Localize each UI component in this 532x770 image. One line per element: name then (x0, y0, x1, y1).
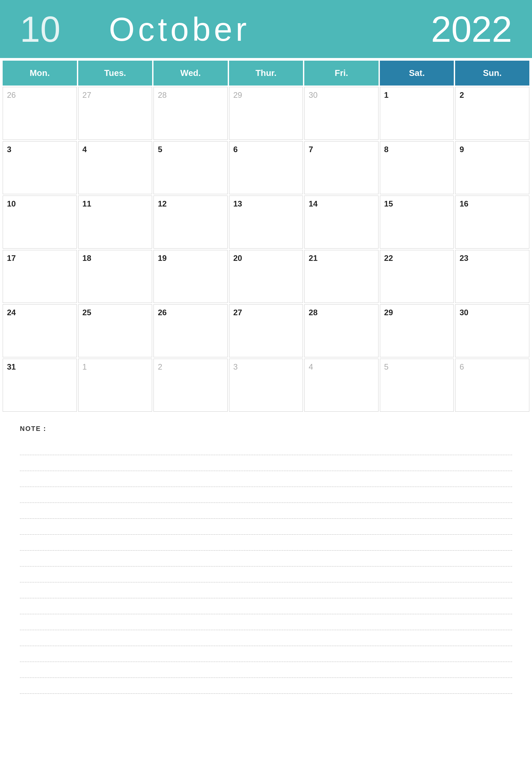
day-number: 29 (384, 308, 393, 317)
day-number: 10 (7, 199, 16, 208)
day-number: 23 (459, 254, 468, 263)
calendar-cell: 4 (304, 359, 379, 412)
calendar-cell: 29 (229, 87, 303, 140)
calendar-cell: 1 (78, 359, 152, 412)
day-number: 30 (309, 90, 318, 99)
calendar-cell: 17 (3, 250, 77, 303)
calendar-cell: 15 (380, 196, 454, 249)
day-number: 20 (233, 254, 242, 263)
note-line (20, 455, 512, 471)
day-number: 2 (459, 90, 464, 99)
day-number: 9 (459, 145, 464, 154)
day-number: 3 (233, 362, 238, 371)
calendar-cell: 19 (153, 250, 228, 303)
days-header-row: Mon.Tues.Wed.Thur.Fri.Sat.Sun. (0, 58, 532, 86)
calendar-cell: 13 (229, 196, 303, 249)
day-number: 1 (83, 362, 87, 371)
calendar-cell: 30 (455, 304, 529, 357)
note-line (20, 566, 512, 582)
day-number: 16 (459, 199, 468, 208)
calendar-cell: 14 (304, 196, 379, 249)
note-line (20, 662, 512, 678)
note-line (20, 551, 512, 566)
day-number: 15 (384, 199, 393, 208)
day-number: 14 (309, 199, 318, 208)
day-number: 5 (384, 362, 388, 371)
calendar-cell: 30 (304, 87, 379, 140)
day-number: 27 (83, 90, 91, 99)
calendar-cell: 5 (153, 141, 228, 194)
calendar-cell: 8 (380, 141, 454, 194)
day-number: 6 (459, 362, 464, 371)
calendar-cell: 20 (229, 250, 303, 303)
day-number: 4 (83, 145, 87, 154)
calendar-cell: 1 (380, 87, 454, 140)
day-header-fri: Fri. (304, 61, 379, 86)
calendar-cell: 27 (229, 304, 303, 357)
day-number: 6 (233, 145, 238, 154)
note-line (20, 582, 512, 598)
day-header-mon: Mon. (3, 61, 77, 86)
calendar-cell: 21 (304, 250, 379, 303)
calendar-cell: 25 (78, 304, 152, 357)
calendar-cell: 3 (3, 141, 77, 194)
day-number: 29 (233, 90, 242, 99)
day-number: 1 (384, 90, 388, 99)
day-number: 7 (309, 145, 313, 154)
day-number: 4 (309, 362, 313, 371)
calendar-cell: 11 (78, 196, 152, 249)
month-number: 10 (20, 11, 60, 47)
day-number: 17 (7, 254, 16, 263)
calendar-cell: 6 (455, 359, 529, 412)
day-number: 12 (158, 199, 167, 208)
calendar-cell: 22 (380, 250, 454, 303)
calendar-cell: 2 (153, 359, 228, 412)
calendar-cell: 6 (229, 141, 303, 194)
calendar-cell: 18 (78, 250, 152, 303)
calendar-cell: 28 (304, 304, 379, 357)
note-line (20, 503, 512, 519)
calendar-cell: 7 (304, 141, 379, 194)
day-header-wed: Wed. (153, 61, 228, 86)
day-number: 5 (158, 145, 162, 154)
day-number: 28 (309, 308, 318, 317)
day-number: 26 (7, 90, 16, 99)
note-line (20, 487, 512, 503)
day-number: 2 (158, 362, 162, 371)
day-header-sat: Sat. (380, 61, 454, 86)
day-number: 31 (7, 362, 16, 371)
day-number: 26 (158, 308, 167, 317)
day-header-tues: Tues. (78, 61, 152, 86)
note-line (20, 471, 512, 487)
calendar-cell: 3 (229, 359, 303, 412)
calendar-cell: 24 (3, 304, 77, 357)
calendar-cell: 4 (78, 141, 152, 194)
calendar-cell: 12 (153, 196, 228, 249)
day-number: 24 (7, 308, 16, 317)
day-number: 28 (158, 90, 167, 99)
calendar-cell: 9 (455, 141, 529, 194)
calendar-cell: 5 (380, 359, 454, 412)
calendar-cell: 10 (3, 196, 77, 249)
note-line (20, 630, 512, 646)
note-line (20, 439, 512, 455)
calendar-cell: 29 (380, 304, 454, 357)
notes-label: NOTE： (20, 424, 512, 433)
calendar-cell: 23 (455, 250, 529, 303)
day-number: 22 (384, 254, 393, 263)
day-number: 19 (158, 254, 167, 263)
day-number: 25 (83, 308, 91, 317)
calendar-cell: 16 (455, 196, 529, 249)
day-number: 13 (233, 199, 242, 208)
year: 2022 (431, 11, 512, 47)
day-number: 3 (7, 145, 11, 154)
notes-section: NOTE： (0, 414, 532, 700)
calendar-cell: 26 (153, 304, 228, 357)
calendar-grid: 2627282930123456789101112131415161718192… (0, 86, 532, 414)
note-line (20, 519, 512, 535)
calendar-page: 10 October 2022 Mon.Tues.Wed.Thur.Fri.Sa… (0, 0, 532, 770)
day-header-sun: Sun. (455, 61, 529, 86)
day-number: 8 (384, 145, 388, 154)
day-number: 21 (309, 254, 318, 263)
calendar-cell: 27 (78, 87, 152, 140)
